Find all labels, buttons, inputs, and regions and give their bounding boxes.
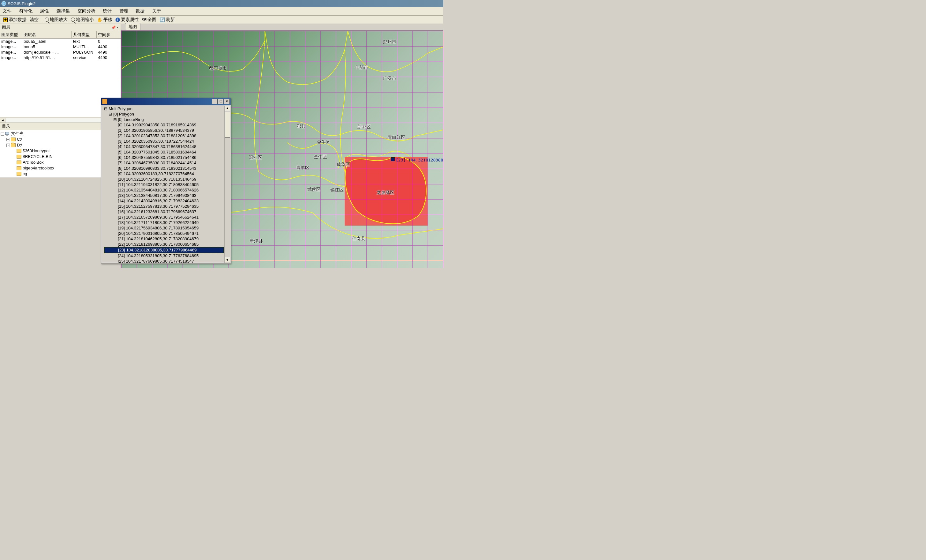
zoom-out-button[interactable]: 地图缩小	[70, 16, 95, 23]
dialog-body: ⊟ MultiPolygon ⊟ [0] Polygon ⊟ [0] Linea…	[101, 105, 231, 263]
scroll-up-button[interactable]: ▲	[225, 106, 230, 111]
pan-button[interactable]: ✋平移	[96, 16, 113, 23]
tree-coord[interactable]: [21] 104.321810462805,30.7178208904679	[104, 236, 224, 242]
tab-map[interactable]: 地图	[125, 23, 141, 30]
feature-attr-button[interactable]: i要素属性	[114, 16, 140, 23]
map-label: 郫县	[297, 124, 306, 129]
scroll-left-button[interactable]: ◄	[0, 118, 5, 123]
tree-coord[interactable]: [19] 104.321756934806,30.7178915054659	[104, 225, 224, 231]
tree-coord[interactable]: [8] 104.320816980833,30.7183021314543	[104, 166, 224, 171]
svg-rect-1	[5, 132, 9, 135]
tree-coord[interactable]: [25] 104.321787609805,30.71774518547	[104, 259, 224, 263]
map-label: 成华区	[337, 162, 350, 168]
tree-coord[interactable]: [4] 104.320309547847,30.7186381624448	[104, 144, 224, 149]
tree-coord[interactable]: [10] 104.321104724825,30.718135146459	[104, 176, 224, 182]
tree-coord[interactable]: [22] 104.321812698805,30.7178000654685	[104, 242, 224, 247]
map-label: 都江堰市	[209, 65, 227, 71]
tree-multipolygon[interactable]: ⊟ MultiPolygon	[104, 106, 224, 111]
tree-coord[interactable]: [1] 104.32001965856,30.7188794534379	[104, 128, 224, 133]
separator	[42, 17, 42, 23]
tree-coord[interactable]: [0] 104.319929042858,30.7189165914369	[104, 122, 224, 128]
map-label: 锦江区	[330, 187, 343, 193]
menu-manage[interactable]: 管理	[120, 8, 128, 14]
tree-coord[interactable]: [2] 104.320102347853,30.7188120614398	[104, 133, 224, 138]
titlebar: SCGIS.Plugin2	[0, 0, 443, 7]
menu-attribute[interactable]: 属性	[40, 8, 49, 14]
col-name[interactable]: 图层名	[22, 31, 72, 38]
dialog-titlebar[interactable]: _ □ ×	[101, 98, 231, 105]
menu-spatial-analysis[interactable]: 空间分析	[77, 8, 95, 14]
minimize-button[interactable]: _	[212, 99, 218, 104]
zoom-out-icon	[71, 18, 75, 22]
full-extent-icon: 🗺	[142, 17, 147, 22]
full-extent-button[interactable]: 🗺全图	[141, 16, 157, 23]
refresh-label: 刷新	[166, 17, 175, 23]
refresh-icon: 🔄	[160, 17, 165, 22]
tree-coord[interactable]: [16] 104.32161233681,30.7179669674637	[104, 209, 224, 215]
map-label: 武侯区	[307, 187, 321, 192]
layer-rows: image...boua5_labeltext0image...boua5MUL…	[0, 39, 121, 60]
coordinate-tree[interactable]: ⊟ MultiPolygon ⊟ [0] Polygon ⊟ [0] Linea…	[102, 106, 224, 263]
menu-file[interactable]: 文件	[3, 8, 12, 14]
scroll-track[interactable]	[225, 138, 230, 257]
layer-row[interactable]: image...boua5MULTI...4490	[0, 44, 121, 50]
menu-data[interactable]: 数据	[136, 8, 145, 14]
info-icon: i	[115, 18, 120, 22]
tree-coord[interactable]: [6] 104.320487559842,30.7185021754486	[104, 155, 224, 160]
maximize-button[interactable]: □	[218, 99, 224, 104]
tree-coord[interactable]: [7] 104.320646735838,30.7184024414514	[104, 160, 224, 166]
menubar: 文件 符号化 属性 选择集 空间分析 统计 管理 数据 关于	[0, 7, 443, 16]
tree-polygon[interactable]: ⊟ [0] Polygon	[104, 111, 224, 117]
tree-linearring[interactable]: ⊟ [0] LinearRing	[104, 117, 224, 122]
app-icon	[1, 1, 6, 6]
tree-coord[interactable]: [14] 104.321430049816,30.7179832404633	[104, 198, 224, 204]
tree-coord[interactable]: [12] 104.321354404818,30.7180066574626	[104, 187, 224, 193]
dialog-scrollbar[interactable]: ▲ ▼	[224, 106, 230, 263]
layer-row[interactable]: image...http://10.51.51....service4490	[0, 55, 121, 60]
full-extent-label: 全图	[147, 17, 156, 23]
scroll-down-button[interactable]: ▼	[225, 257, 230, 263]
map-label: 彭州市	[383, 39, 396, 45]
layer-panel-title: 图层	[2, 24, 10, 30]
layer-row[interactable]: image...boua5_labeltext0	[0, 39, 121, 44]
map-label: 新津县	[250, 238, 263, 244]
tree-coord[interactable]: [23] 104.321812838805,30.717779864469	[104, 247, 224, 253]
tree-coord[interactable]: [20] 104.321790316805,30.7178505494671	[104, 231, 224, 236]
tree-coord[interactable]: [17] 104.321657209809,30.7179546624641	[104, 215, 224, 220]
layer-panel-header: 图层 📌 ×	[0, 24, 121, 31]
tree-coord[interactable]: [3] 104.32020350985,30.7187227544424	[104, 138, 224, 144]
scroll-thumb[interactable]	[225, 112, 230, 138]
map-label: 广汉市	[383, 76, 396, 81]
menu-selection[interactable]: 选择集	[56, 8, 70, 14]
pan-label: 平移	[103, 17, 112, 23]
close-button[interactable]: ×	[224, 99, 230, 104]
layer-row[interactable]: image...dom[ equscale = ...POLYGON4490	[0, 50, 121, 55]
tree-coord[interactable]: [9] 104.32093600183,30.7182270764564	[104, 171, 224, 176]
tree-coord[interactable]: [15] 104.321527597813,30.7179775284635	[104, 204, 224, 209]
tree-coord[interactable]: [5] 104.320377501845,30.7185801604464	[104, 149, 224, 155]
tree-coord[interactable]: [24] 104.321805331805,30.7177637684695	[104, 253, 224, 259]
scroll-track[interactable]	[5, 118, 115, 123]
tree-coord[interactable]: [11] 104.321194031822,30.7180838404605	[104, 182, 224, 187]
layer-columns: 图层类型 图层名 几何类型 空间参	[0, 31, 121, 39]
add-data-label: 添加数据	[9, 17, 26, 23]
coordinate-dialog[interactable]: _ □ × ⊟ MultiPolygon ⊟ [0] Polygon ⊟ [0]…	[101, 98, 231, 264]
menu-stats[interactable]: 统计	[103, 8, 112, 14]
add-data-button[interactable]: 添加数据	[2, 16, 28, 23]
map-label: 金牛区	[317, 139, 330, 145]
marker-label: [23] 104.32181283880	[396, 157, 443, 162]
refresh-button[interactable]: 🔄刷新	[158, 16, 176, 23]
col-geom[interactable]: 几何类型	[72, 31, 97, 38]
tree-coord[interactable]: [18] 104.321711171808,30.7179266224649	[104, 220, 224, 225]
col-type[interactable]: 图层类型	[0, 31, 22, 38]
map-label: 青羊区	[296, 165, 310, 171]
tree-coord[interactable]: [13] 104.321384450817,30.717994908463	[104, 193, 224, 198]
col-srs[interactable]: 空间参	[97, 31, 114, 38]
dialog-buttons: _ □ ×	[212, 99, 230, 104]
zoom-in-button[interactable]: 地图放大	[43, 16, 69, 23]
clear-button[interactable]: 清空	[29, 16, 40, 23]
menu-symbolize[interactable]: 符号化	[19, 8, 33, 14]
map-label: 青白江区	[388, 135, 406, 141]
pin-icon[interactable]: 📌 ×	[111, 26, 119, 30]
menu-about[interactable]: 关于	[152, 8, 161, 14]
